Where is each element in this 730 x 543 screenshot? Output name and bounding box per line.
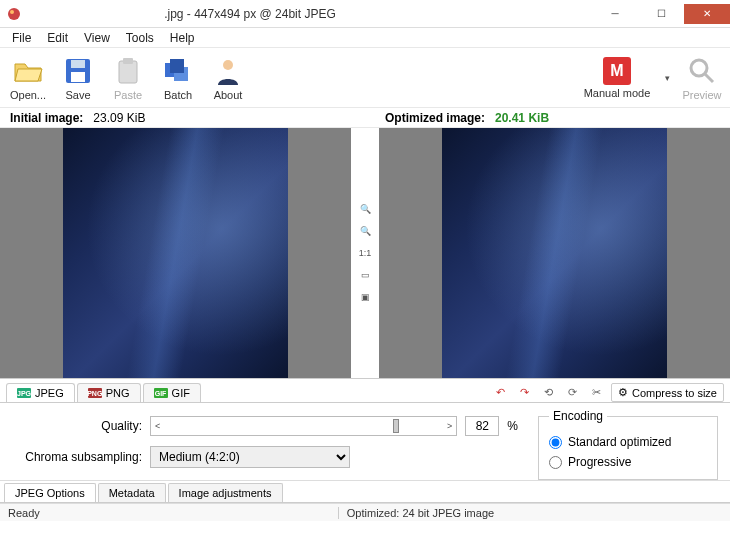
optimized-preview-pane[interactable] <box>379 128 730 378</box>
menu-help[interactable]: Help <box>162 29 203 47</box>
menu-tools[interactable]: Tools <box>118 29 162 47</box>
encoding-standard-label: Standard optimized <box>568 435 671 449</box>
window-buttons: ─ ☐ ✕ <box>592 4 730 24</box>
person-icon <box>212 55 244 87</box>
zoom-fit-icon[interactable]: ▭ <box>356 266 374 284</box>
encoding-standard-radio[interactable] <box>549 436 562 449</box>
mode-label: Manual mode <box>584 87 651 99</box>
optimized-value: 20.41 KiB <box>495 111 549 125</box>
magnifier-icon <box>686 55 718 87</box>
svg-point-11 <box>691 60 707 76</box>
compress-label: Compress to size <box>632 387 717 399</box>
svg-rect-3 <box>71 60 85 68</box>
encoding-progressive-label: Progressive <box>568 455 631 469</box>
options-panel: Quality: < > % Chroma subsampling: Mediu… <box>0 403 730 481</box>
preview-area: 🔍 🔍 1:1 ▭ ▣ <box>0 128 730 379</box>
zoom-both-icon[interactable]: ▣ <box>356 288 374 306</box>
svg-rect-5 <box>119 61 137 83</box>
optimized-label: Optimized image: <box>385 111 485 125</box>
crop-icon[interactable]: ✂ <box>587 384 605 402</box>
menubar: File Edit View Tools Help <box>0 28 730 48</box>
clipboard-icon <box>112 55 144 87</box>
slider-right-arrow-icon[interactable]: > <box>447 421 452 431</box>
svg-rect-4 <box>71 72 85 82</box>
initial-preview-pane[interactable] <box>0 128 351 378</box>
save-button[interactable]: Save <box>54 50 102 106</box>
app-icon <box>6 6 22 22</box>
quality-slider[interactable]: < > <box>150 416 457 436</box>
redo-icon[interactable]: ↷ <box>515 384 533 402</box>
statusbar: Ready Optimized: 24 bit JPEG image <box>0 503 730 521</box>
png-badge-icon: PNG <box>88 388 102 398</box>
preview-label: Preview <box>682 89 721 101</box>
batch-button[interactable]: Batch <box>154 50 202 106</box>
undo-icon[interactable]: ↶ <box>491 384 509 402</box>
optimized-image <box>442 128 667 378</box>
encoding-progressive-row[interactable]: Progressive <box>549 455 707 469</box>
gif-badge-icon: GIF <box>154 388 168 398</box>
chroma-label: Chroma subsampling: <box>12 450 142 464</box>
slider-left-arrow-icon[interactable]: < <box>155 421 160 431</box>
chroma-select[interactable]: Medium (4:2:0) <box>150 446 350 468</box>
encoding-standard-row[interactable]: Standard optimized <box>549 435 707 449</box>
quality-pct: % <box>507 419 518 433</box>
chroma-row: Chroma subsampling: Medium (4:2:0) <box>12 446 518 468</box>
bottom-tabs: JPEG Options Metadata Image adjustments <box>0 481 730 503</box>
tab-gif-label: GIF <box>172 387 190 399</box>
tab-png[interactable]: PNG PNG <box>77 383 141 402</box>
about-label: About <box>214 89 243 101</box>
about-button[interactable]: About <box>204 50 252 106</box>
mode-dropdown-arrow[interactable]: ▾ <box>659 73 676 83</box>
compress-to-size-button[interactable]: ⚙ Compress to size <box>611 383 724 402</box>
size-row: Initial image: 23.09 KiB Optimized image… <box>0 108 730 128</box>
svg-point-1 <box>10 10 14 14</box>
tab-gif[interactable]: GIF GIF <box>143 383 201 402</box>
tab-jpeg-label: JPEG <box>35 387 64 399</box>
initial-value: 23.09 KiB <box>93 111 145 125</box>
quality-input[interactable] <box>465 416 499 436</box>
close-button[interactable]: ✕ <box>684 4 730 24</box>
encoding-group: Encoding Standard optimized Progressive <box>538 409 718 480</box>
save-label: Save <box>65 89 90 101</box>
compress-icon: ⚙ <box>618 386 628 399</box>
mode-icon: M <box>603 57 631 85</box>
paste-button[interactable]: Paste <box>104 50 152 106</box>
rotate-right-icon[interactable]: ⟳ <box>563 384 581 402</box>
status-optimized: Optimized: 24 bit JPEG image <box>338 507 502 519</box>
status-ready: Ready <box>0 507 48 519</box>
zoom-tools: 🔍 🔍 1:1 ▭ ▣ <box>351 128 379 378</box>
mode-button[interactable]: M Manual mode <box>577 50 657 106</box>
encoding-progressive-radio[interactable] <box>549 456 562 469</box>
menu-file[interactable]: File <box>4 29 39 47</box>
svg-point-10 <box>223 60 233 70</box>
preview-button[interactable]: Preview <box>678 50 726 106</box>
menu-view[interactable]: View <box>76 29 118 47</box>
tab-jpeg-options[interactable]: JPEG Options <box>4 483 96 502</box>
quality-row: Quality: < > % <box>12 416 518 436</box>
batch-icon <box>162 55 194 87</box>
zoom-in-icon[interactable]: 🔍 <box>356 200 374 218</box>
floppy-icon <box>62 55 94 87</box>
folder-open-icon <box>12 55 44 87</box>
open-button[interactable]: Open... <box>4 50 52 106</box>
minimize-button[interactable]: ─ <box>592 4 638 24</box>
batch-label: Batch <box>164 89 192 101</box>
quality-label: Quality: <box>12 419 142 433</box>
paste-label: Paste <box>114 89 142 101</box>
tab-jpeg[interactable]: JPG JPEG <box>6 383 75 402</box>
svg-line-12 <box>705 74 713 82</box>
jpeg-badge-icon: JPG <box>17 388 31 398</box>
svg-point-0 <box>8 8 20 20</box>
menu-edit[interactable]: Edit <box>39 29 76 47</box>
zoom-1to1-icon[interactable]: 1:1 <box>356 244 374 262</box>
rotate-left-icon[interactable]: ⟲ <box>539 384 557 402</box>
tab-metadata[interactable]: Metadata <box>98 483 166 502</box>
maximize-button[interactable]: ☐ <box>638 4 684 24</box>
svg-rect-6 <box>123 58 133 64</box>
zoom-out-icon[interactable]: 🔍 <box>356 222 374 240</box>
encoding-legend: Encoding <box>549 409 607 423</box>
initial-image <box>63 128 288 378</box>
titlebar: .jpg - 447x494 px @ 24bit JPEG ─ ☐ ✕ <box>0 0 730 28</box>
initial-label: Initial image: <box>10 111 83 125</box>
tab-image-adjustments[interactable]: Image adjustments <box>168 483 283 502</box>
